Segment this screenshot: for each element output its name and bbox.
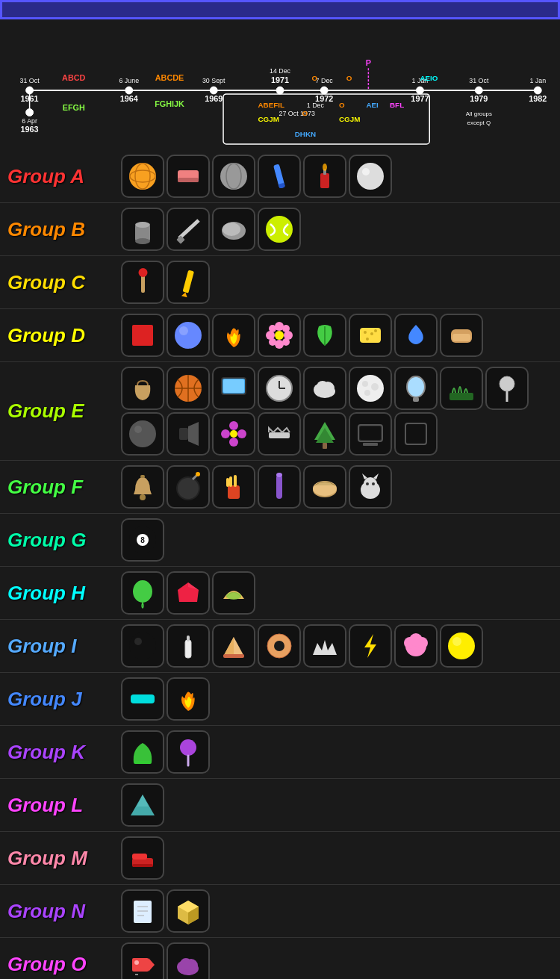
item-box	[394, 412, 438, 456]
svg-text:1977: 1977	[411, 94, 429, 103]
item-box	[121, 889, 164, 933]
svg-point-63	[357, 163, 384, 190]
item-box	[212, 314, 255, 357]
svg-point-148	[364, 477, 377, 491]
svg-point-74	[139, 268, 148, 277]
group-label-e: Group E	[0, 400, 119, 423]
svg-point-6	[26, 109, 34, 116]
item-box	[303, 624, 346, 668]
group-items-j	[119, 676, 560, 722]
svg-text:30 Sept: 30 Sept	[202, 77, 225, 84]
svg-text:7 Dec: 7 Dec	[316, 77, 334, 84]
item-box	[121, 836, 164, 880]
item-box	[121, 783, 164, 827]
svg-point-109	[371, 383, 379, 391]
svg-rect-99	[223, 379, 244, 393]
svg-text:6 Apr: 6 Apr	[22, 117, 37, 125]
svg-text:27 Oct 1973: 27 Oct 1973	[279, 110, 315, 117]
item-box	[167, 942, 210, 979]
item-box	[121, 261, 164, 304]
svg-rect-118	[179, 428, 188, 440]
svg-point-138	[196, 472, 200, 476]
group-label-o: Group O	[0, 953, 119, 976]
svg-rect-162	[185, 640, 191, 658]
svg-point-93	[366, 338, 369, 341]
group-label-j: Group J	[0, 688, 119, 711]
svg-point-114	[500, 376, 514, 391]
group-items-a	[119, 153, 560, 199]
svg-point-66	[135, 222, 150, 228]
svg-text:except Q: except Q	[467, 119, 491, 126]
svg-rect-140	[229, 476, 232, 487]
svg-rect-128	[323, 443, 327, 449]
svg-text:ABCD: ABCD	[62, 73, 85, 82]
svg-text:1963: 1963	[21, 125, 39, 134]
group-label-f: Group F	[0, 476, 119, 499]
group-items-e	[119, 365, 560, 457]
item-box	[167, 571, 210, 615]
svg-rect-186	[134, 901, 152, 923]
item-box	[258, 367, 301, 410]
svg-point-56	[220, 163, 247, 190]
item-box	[121, 155, 164, 198]
group-row-e: Group E	[0, 362, 560, 461]
group-label-l: Group L	[0, 794, 119, 817]
item-box	[303, 314, 346, 357]
svg-point-152	[372, 482, 375, 485]
item-box	[212, 412, 255, 456]
item-box	[349, 465, 392, 509]
svg-point-151	[366, 482, 369, 485]
svg-rect-141	[234, 475, 237, 487]
svg-point-80	[275, 331, 284, 340]
item-box	[167, 677, 210, 721]
item-box	[258, 208, 301, 251]
group-label-i: Group I	[0, 635, 119, 658]
svg-rect-185	[132, 864, 153, 867]
svg-text:CGJM: CGJM	[339, 115, 361, 123]
svg-point-39	[417, 87, 424, 94]
svg-marker-194	[149, 958, 155, 972]
item-box	[212, 571, 255, 615]
item-box	[121, 942, 164, 979]
svg-rect-178	[134, 761, 152, 764]
svg-point-10	[125, 87, 133, 94]
svg-point-179	[180, 739, 196, 756]
item-box	[212, 367, 255, 410]
item-box	[394, 624, 438, 668]
item-box	[258, 314, 301, 357]
svg-point-111	[407, 376, 425, 397]
svg-point-67	[135, 238, 150, 244]
svg-point-110	[364, 390, 370, 396]
svg-point-116	[129, 420, 156, 447]
item-box	[167, 889, 210, 933]
svg-point-136	[178, 478, 199, 499]
svg-rect-142	[226, 478, 229, 487]
item-box	[349, 314, 392, 357]
group-row-g: Group G8	[0, 514, 560, 567]
item-box: 8	[121, 518, 164, 562]
group-row-h: Group H	[0, 567, 560, 620]
group-row-a: Group A	[0, 150, 560, 203]
svg-text:1 Jan: 1 Jan	[529, 77, 546, 84]
group-label-g: Group G	[0, 529, 119, 552]
group-items-k	[119, 729, 560, 775]
item-box	[121, 367, 164, 410]
svg-rect-139	[228, 485, 240, 499]
svg-rect-143	[276, 475, 282, 499]
svg-point-86	[282, 325, 290, 332]
item-box	[394, 367, 438, 410]
item-box	[121, 465, 164, 509]
group-row-f: Group F	[0, 461, 560, 514]
item-box	[485, 367, 529, 410]
group-items-f	[119, 464, 560, 510]
group-row-n: Group N	[0, 885, 560, 938]
svg-point-175	[448, 633, 475, 659]
group-items-n	[119, 888, 560, 934]
item-box	[121, 412, 164, 456]
svg-text:BFL: BFL	[390, 101, 404, 109]
svg-text:31 Oct: 31 Oct	[20, 77, 40, 84]
svg-rect-130	[360, 426, 381, 440]
svg-point-94	[374, 329, 377, 332]
item-box	[303, 465, 346, 509]
group-label-d: Group D	[0, 324, 119, 347]
